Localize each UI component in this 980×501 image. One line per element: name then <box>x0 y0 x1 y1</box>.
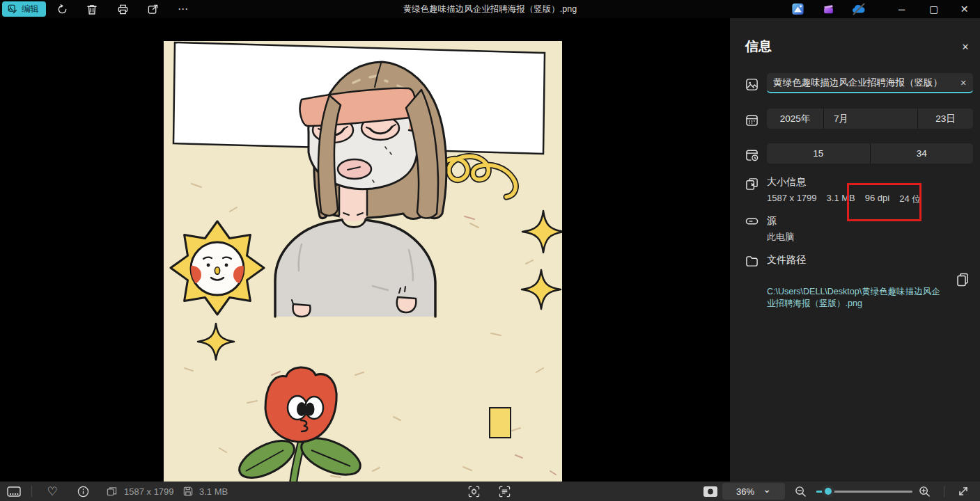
favorite-heart-icon[interactable]: ♡ <box>42 482 63 501</box>
poster-illustration <box>164 41 562 493</box>
sun-character <box>171 221 264 315</box>
source-link-icon <box>745 216 759 227</box>
zoom-in-icon[interactable] <box>914 482 935 501</box>
filmstrip-icon[interactable] <box>3 482 25 501</box>
visual-search-icon[interactable] <box>462 482 485 501</box>
maximize-button[interactable]: ▢ <box>918 0 949 18</box>
dimensions-icon <box>103 482 120 501</box>
info-toggle-icon[interactable] <box>72 482 93 501</box>
fullscreen-icon[interactable] <box>951 482 975 501</box>
edit-button[interactable]: 编辑 <box>2 1 46 17</box>
print-icon[interactable] <box>112 0 133 18</box>
file-size-icon <box>180 482 196 501</box>
date-month-field[interactable]: 7月 <box>824 109 917 129</box>
close-button[interactable]: ✕ <box>949 0 980 18</box>
minimize-button[interactable]: ─ <box>886 0 917 18</box>
zoom-level-value: 36% <box>736 486 754 497</box>
path-section-label: 文件路径 <box>767 254 806 267</box>
photo-canvas <box>164 41 562 493</box>
clipchamp-app-icon[interactable] <box>822 3 835 15</box>
calendar-icon <box>745 113 759 127</box>
designer-app-icon[interactable] <box>791 3 804 15</box>
actual-size-icon[interactable] <box>699 482 722 501</box>
size-info-icon <box>745 177 759 191</box>
rotate-icon[interactable] <box>52 0 72 18</box>
more-options-icon[interactable]: ⋯ <box>173 0 194 18</box>
photos-app-window: 编辑 ⋯ 黄绿色趣味描边风企业招聘海报（竖版）.png <box>0 0 980 501</box>
filename-input-wrap: ✕ <box>767 73 973 93</box>
time-hour-field[interactable]: 15 <box>767 143 870 164</box>
filename-input[interactable] <box>767 73 973 92</box>
image-dimensions-value: 1587 x 1799 <box>767 193 817 205</box>
chevron-down-icon: ⌄ <box>763 484 771 495</box>
source-value: 此电脑 <box>767 231 794 244</box>
window-title: 黄绿色趣味描边风企业招聘海报（竖版）.png <box>403 0 577 18</box>
dpi-value: 96 dpi <box>865 193 889 205</box>
filename-clear-icon[interactable]: ✕ <box>958 77 969 88</box>
file-size-value: 3.1 MB <box>827 193 855 205</box>
date-day-field[interactable]: 23日 <box>918 109 973 129</box>
info-panel-close-icon[interactable]: ✕ <box>958 39 973 54</box>
share-icon[interactable] <box>142 0 163 18</box>
onedrive-disconnected-icon[interactable] <box>851 3 866 15</box>
info-panel: 信息 ✕ ✕ 2025年 7月 23日 15 <box>730 18 980 482</box>
statusbar-file-size: 3.1 MB <box>199 482 228 501</box>
info-panel-title: 信息 <box>745 38 772 56</box>
edit-image-icon <box>8 4 17 14</box>
size-section-values: 1587 x 1799 3.1 MB 96 dpi 24 位 <box>767 193 921 205</box>
source-section-label: 源 <box>767 215 777 228</box>
statusbar-dimensions: 1587 x 1799 <box>124 482 174 501</box>
size-section-label: 大小信息 <box>767 176 806 189</box>
zoom-slider-thumb[interactable] <box>822 485 834 498</box>
delete-icon[interactable] <box>81 0 102 18</box>
folder-icon <box>745 255 759 268</box>
file-path-link[interactable]: C:\Users\DELL\Desktop\黄绿色趣味描边风企业招聘海报（竖版）… <box>767 286 942 310</box>
statusbar: ♡ 1587 x 1799 3.1 MB <box>0 482 980 501</box>
copy-path-icon[interactable] <box>956 273 972 289</box>
zoom-level-dropdown[interactable]: 36% ⌄ <box>722 483 785 500</box>
date-year-field[interactable]: 2025年 <box>767 109 823 129</box>
date-picker: 2025年 7月 23日 <box>767 109 973 129</box>
text-extract-icon[interactable] <box>493 482 515 501</box>
image-viewer-area[interactable] <box>0 18 730 482</box>
edit-button-label: 编辑 <box>22 3 39 15</box>
image-file-icon <box>745 78 759 91</box>
titlebar: 编辑 ⋯ 黄绿色趣味描边风企业招聘海报（竖版）.png <box>0 0 980 18</box>
time-minute-field[interactable]: 34 <box>871 143 974 164</box>
zoom-slider[interactable] <box>816 482 912 501</box>
yellow-rectangle <box>490 408 511 438</box>
zoom-out-icon[interactable] <box>790 482 811 501</box>
time-icon <box>745 148 759 161</box>
time-picker: 15 34 <box>767 143 973 164</box>
bit-depth-value: 24 位 <box>899 193 921 205</box>
